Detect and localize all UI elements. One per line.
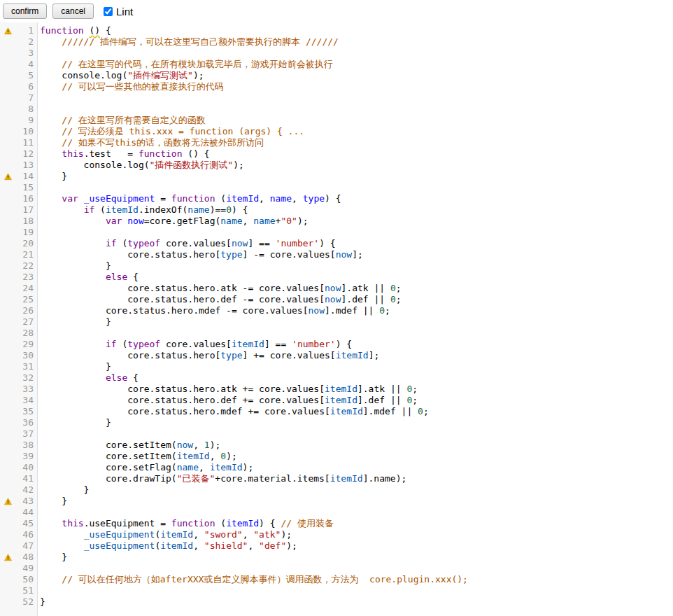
code-line[interactable]: 39 core.setItem(itemId, 0);: [0, 451, 673, 462]
line-number: 5: [16, 70, 34, 81]
code-line[interactable]: 32 else {: [0, 372, 673, 384]
lint-marker-empty: [0, 540, 16, 552]
code-line[interactable]: 14 }: [0, 171, 673, 182]
code-text: }: [34, 260, 111, 272]
line-number: 35: [16, 406, 34, 417]
code-line[interactable]: 38 core.setItem(now, 1);: [0, 440, 673, 451]
line-number: 48: [16, 552, 34, 563]
code-line[interactable]: 45 this.useEquipment = function (itemId)…: [0, 518, 673, 529]
code-line[interactable]: 17 if (itemId.indexOf(name)==0) {: [0, 204, 673, 216]
code-line[interactable]: 23 else {: [0, 272, 673, 283]
code-text: this.useEquipment = function (itemId) { …: [34, 518, 334, 529]
lint-warning-icon: [0, 552, 16, 563]
code-line[interactable]: 29 if (typeof core.values[itemId] == 'nu…: [0, 339, 673, 350]
code-line[interactable]: 50 // 可以在任何地方（如afterXXX或自定义脚本事件）调用函数，方法为…: [0, 574, 673, 585]
lint-checkbox[interactable]: [104, 7, 113, 16]
code-line[interactable]: 15: [0, 182, 673, 193]
code-line[interactable]: 7: [0, 92, 673, 104]
lint-marker-empty: [0, 574, 16, 585]
code-line[interactable]: 47 _useEquipment(itemId, "shield", "def"…: [0, 540, 673, 552]
code-text: _useEquipment(itemId, "shield", "def");: [34, 540, 297, 552]
code-line[interactable]: 13 console.log("插件函数执行测试");: [0, 160, 673, 171]
code-line[interactable]: 44: [0, 507, 673, 518]
code-line[interactable]: 35 core.status.hero.mdef += core.values[…: [0, 406, 673, 417]
code-line[interactable]: 4 // 在这里写的代码，在所有模块加载完毕后，游戏开始前会被执行: [0, 59, 673, 70]
code-line[interactable]: 19: [0, 227, 673, 238]
code-line[interactable]: 20 if (typeof core.values[now] == 'numbe…: [0, 238, 673, 249]
toolbar: confirm cancel Lint: [0, 0, 673, 22]
line-number: 22: [16, 260, 34, 272]
line-number: 8: [16, 104, 34, 115]
code-line[interactable]: 46 _useEquipment(itemId, "sword", "atk")…: [0, 529, 673, 540]
code-text: [34, 182, 40, 193]
lint-marker-empty: [0, 238, 16, 249]
lint-marker-empty: [0, 473, 16, 484]
code-line[interactable]: 12 this.test = function () {: [0, 148, 673, 160]
code-line[interactable]: 21 core.status.hero[type] -= core.values…: [0, 249, 673, 260]
code-line[interactable]: 18 var now=core.getFlag(name, name+"0");: [0, 216, 673, 227]
lint-marker-empty: [0, 417, 16, 428]
lint-warning-icon: [0, 171, 16, 182]
code-text: }: [34, 496, 67, 507]
line-number: 4: [16, 59, 34, 70]
line-number: 50: [16, 574, 34, 585]
line-number: 9: [16, 115, 34, 126]
code-editor[interactable]: 1function () {2 ////// 插件编写，可以在这里写自己额外需要…: [0, 22, 673, 616]
code-text: }: [34, 171, 67, 182]
code-text: // 可以在任何地方（如afterXXX或自定义脚本事件）调用函数，方法为 co…: [34, 574, 468, 585]
code-line[interactable]: 41 core.drawTip("已装备"+core.material.item…: [0, 473, 673, 484]
code-line[interactable]: 1function () {: [0, 25, 673, 36]
code-line[interactable]: 49: [0, 563, 673, 574]
code-line[interactable]: 28: [0, 328, 673, 339]
code-line[interactable]: 10 // 写法必须是 this.xxx = function (args) {…: [0, 126, 673, 137]
line-number: 11: [16, 137, 34, 148]
code-line[interactable]: 48 }: [0, 552, 673, 563]
lint-marker-empty: [0, 137, 16, 148]
line-number: 34: [16, 395, 34, 406]
line-number: 44: [16, 507, 34, 518]
code-line[interactable]: 51: [0, 585, 673, 596]
line-number: 33: [16, 384, 34, 395]
confirm-button[interactable]: confirm: [3, 4, 47, 19]
code-line[interactable]: 9 // 在这里写所有需要自定义的函数: [0, 115, 673, 126]
lint-marker-empty: [0, 395, 16, 406]
code-line[interactable]: 36 }: [0, 417, 673, 428]
code-line[interactable]: 43 }: [0, 496, 673, 507]
lint-marker-empty: [0, 81, 16, 92]
lint-marker-empty: [0, 372, 16, 384]
code-line[interactable]: 3: [0, 48, 673, 59]
line-number: 2: [16, 36, 34, 48]
code-text: _useEquipment(itemId, "sword", "atk");: [34, 529, 292, 540]
code-line[interactable]: 25 core.status.hero.def -= core.values[n…: [0, 294, 673, 305]
line-number: 45: [16, 518, 34, 529]
code-line[interactable]: 33 core.status.hero.atk += core.values[i…: [0, 384, 673, 395]
code-line[interactable]: 37: [0, 428, 673, 440]
code-line[interactable]: 11 // 如果不写this的话，函数将无法被外部所访问: [0, 137, 673, 148]
code-line[interactable]: 26 core.status.hero.mdef -= core.values[…: [0, 305, 673, 316]
code-line[interactable]: 8: [0, 104, 673, 115]
code-text: if (itemId.indexOf(name)==0) {: [34, 204, 248, 216]
code-line[interactable]: 16 var _useEquipment = function (itemId,…: [0, 193, 673, 204]
code-line[interactable]: 40 core.setFlag(name, itemId);: [0, 462, 673, 473]
code-line[interactable]: 27 }: [0, 316, 673, 328]
cancel-button[interactable]: cancel: [52, 4, 94, 19]
code-line[interactable]: 30 core.status.hero[type] += core.values…: [0, 350, 673, 361]
code-line[interactable]: 6 // 可以写一些其他的被直接执行的代码: [0, 81, 673, 92]
code-line[interactable]: 52}: [0, 596, 673, 608]
code-line[interactable]: 5 console.log("插件编写测试");: [0, 70, 673, 81]
line-number: 31: [16, 361, 34, 372]
code-text: [34, 585, 40, 596]
code-text: [34, 563, 40, 574]
code-line[interactable]: 22 }: [0, 260, 673, 272]
code-line[interactable]: 34 core.status.hero.def += core.values[i…: [0, 395, 673, 406]
code-line[interactable]: 24 core.status.hero.atk -= core.values[n…: [0, 283, 673, 294]
lint-marker-empty: [0, 294, 16, 305]
code-text: core.status.hero.mdef -= core.values[now…: [34, 305, 390, 316]
code-line[interactable]: 42 }: [0, 484, 673, 496]
line-number: 17: [16, 204, 34, 216]
code-line[interactable]: 2 ////// 插件编写，可以在这里写自己额外需要执行的脚本 //////: [0, 36, 673, 48]
code-line[interactable]: 31 }: [0, 361, 673, 372]
code-text: var now=core.getFlag(name, name+"0");: [34, 216, 309, 227]
lint-marker-empty: [0, 350, 16, 361]
lint-marker-empty: [0, 596, 16, 608]
